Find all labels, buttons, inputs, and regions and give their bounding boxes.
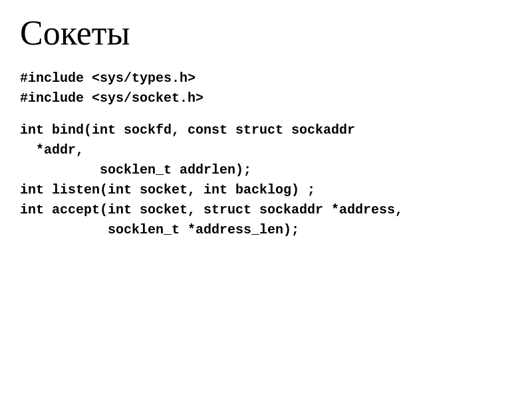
- accept-line1: int accept(int socket, struct sockaddr *…: [20, 200, 512, 220]
- bind-line2: *addr,: [20, 140, 512, 160]
- listen-line: int listen(int socket, int backlog) ;: [20, 180, 512, 200]
- code-block: #include <sys/types.h> #include <sys/soc…: [20, 68, 512, 240]
- bind-line3: socklen_t addrlen);: [20, 160, 512, 180]
- page-title: Сокеты: [20, 13, 512, 53]
- accept-line2: socklen_t *address_len);: [20, 220, 512, 240]
- spacer1: [20, 108, 512, 120]
- bind-line1: int bind(int sockfd, const struct sockad…: [20, 120, 512, 140]
- include1-line: #include <sys/types.h>: [20, 68, 512, 88]
- include2-line: #include <sys/socket.h>: [20, 88, 512, 108]
